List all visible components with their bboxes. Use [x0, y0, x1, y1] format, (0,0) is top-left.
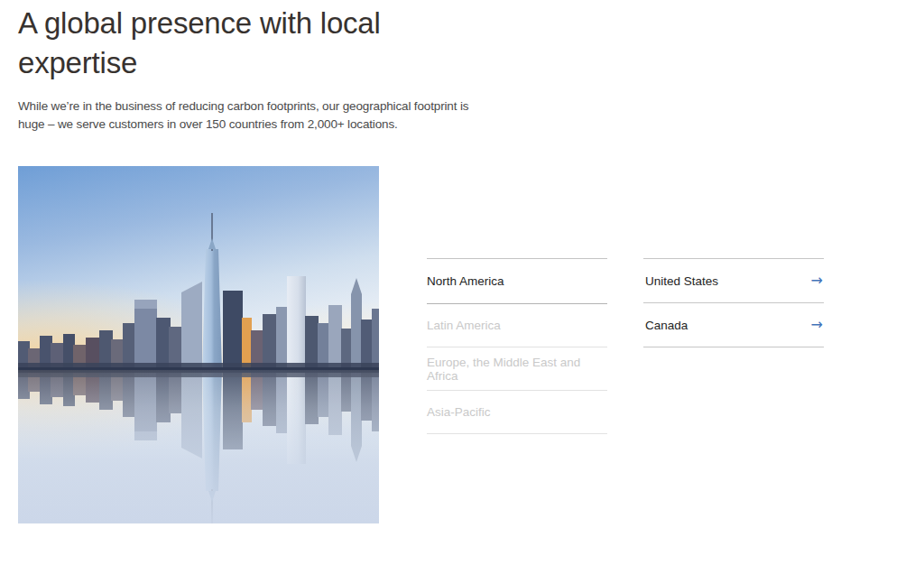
region-tab-latin-america[interactable]: Latin America: [427, 303, 607, 347]
region-tab-north-america[interactable]: North America: [427, 258, 607, 303]
region-tab-asia-pacific[interactable]: Asia-Pacific: [427, 390, 607, 433]
region-tab-europe-middle-east-africa[interactable]: Europe, the Middle East and Africa: [427, 347, 607, 390]
page-title: A global presence with local expertise: [18, 4, 469, 83]
country-link-united-states[interactable]: United States →: [643, 258, 824, 302]
country-link-label: United States: [645, 274, 718, 288]
region-tab-label: Asia-Pacific: [427, 405, 491, 419]
region-tab-label: Latin America: [427, 319, 501, 332]
arrow-right-icon: →: [811, 318, 823, 332]
region-tab-list: North America Latin America Europe, the …: [427, 258, 607, 434]
country-link-list: United States → Canada →: [643, 258, 824, 347]
region-tab-label: Europe, the Middle East and Africa: [427, 356, 607, 383]
page-description: While we’re in the business of reducing …: [18, 97, 480, 134]
country-link-label: Canada: [645, 319, 688, 332]
city-skyline-image: [18, 166, 379, 523]
region-tab-label: North America: [427, 274, 504, 288]
city-skyline-photo: [18, 166, 379, 523]
arrow-right-icon: →: [811, 273, 823, 288]
global-presence-section: A global presence with local expertise W…: [0, 0, 924, 565]
country-link-canada[interactable]: Canada →: [643, 302, 824, 347]
